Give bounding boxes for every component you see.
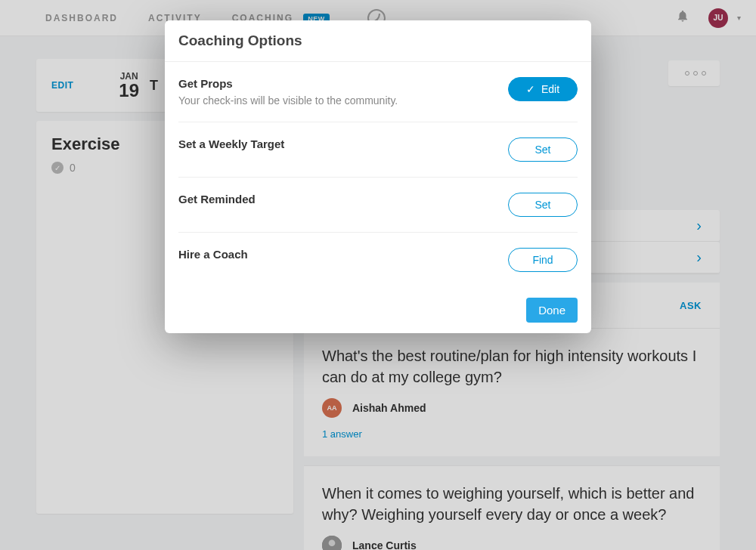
set-button[interactable]: Set [508,193,578,217]
option-title: Set a Weekly Target [178,138,508,150]
option-get-props: Get Props Your check-ins will be visible… [178,62,578,122]
option-title: Get Reminded [178,193,508,205]
check-icon: ✓ [526,83,535,95]
option-weekly-target: Set a Weekly Target Set [178,122,578,178]
edit-button[interactable]: ✓ Edit [508,77,578,101]
option-hire-coach: Hire a Coach Find [178,233,578,287]
modal-title: Coaching Options [165,20,591,62]
button-label: Edit [541,83,559,95]
option-get-reminded: Get Reminded Set [178,178,578,233]
done-button[interactable]: Done [526,298,578,323]
find-button[interactable]: Find [508,248,578,272]
option-title: Hire a Coach [178,248,508,261]
set-button[interactable]: Set [508,138,578,162]
coaching-options-modal: Coaching Options Get Props Your check-in… [165,20,591,333]
option-desc: Your check-ins will be visible to the co… [178,94,508,107]
option-title: Get Props [178,77,508,90]
